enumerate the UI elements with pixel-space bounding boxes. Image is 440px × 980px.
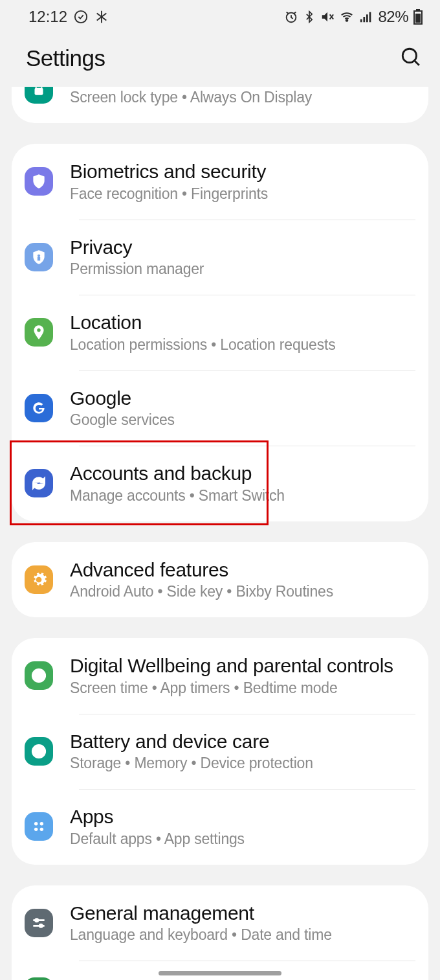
row-text: LocationLocation permissions • Location … bbox=[70, 312, 415, 354]
settings-row-google[interactable]: GoogleGoogle services bbox=[12, 370, 428, 446]
row-text: Biometrics and securityFace recognition … bbox=[70, 161, 415, 203]
row-title: Advanced features bbox=[70, 559, 415, 582]
row-text: General managementLanguage and keyboard … bbox=[70, 902, 415, 944]
svg-point-10 bbox=[402, 49, 416, 62]
svg-point-23 bbox=[39, 924, 42, 927]
row-title: Google bbox=[70, 387, 415, 410]
row-text: Battery and device careStorage • Memory … bbox=[70, 731, 415, 773]
svg-point-14 bbox=[37, 328, 40, 332]
row-subtitle: Manage accounts • Smart Switch bbox=[70, 487, 415, 505]
gear-icon bbox=[25, 565, 53, 594]
settings-row-biometrics-and-security[interactable]: Biometrics and securityFace recognition … bbox=[12, 144, 428, 220]
svg-point-12 bbox=[38, 254, 40, 256]
svg-rect-5 bbox=[366, 14, 368, 22]
sliders-icon bbox=[25, 909, 53, 937]
svg-point-19 bbox=[40, 822, 43, 825]
row-title: Biometrics and security bbox=[70, 161, 415, 183]
page-title: Settings bbox=[26, 45, 105, 71]
svg-point-18 bbox=[34, 822, 38, 825]
row-title: Digital Wellbeing and parental controls bbox=[70, 655, 415, 678]
row-title: Accounts and backup bbox=[70, 462, 415, 485]
svg-point-20 bbox=[34, 828, 38, 831]
lock-screen-icon bbox=[25, 87, 53, 104]
accessibility-icon bbox=[25, 977, 53, 980]
row-text: GoogleGoogle services bbox=[70, 387, 415, 429]
row-title: Privacy bbox=[70, 236, 415, 259]
wellbeing-icon bbox=[25, 661, 53, 690]
row-text: AppsDefault apps • App settings bbox=[70, 806, 415, 848]
svg-point-21 bbox=[40, 828, 43, 831]
shield-icon bbox=[25, 167, 53, 196]
google-icon bbox=[25, 394, 53, 422]
row-subtitle: Language and keyboard • Date and time bbox=[70, 926, 415, 944]
wifi-icon bbox=[339, 10, 355, 24]
check-circle-icon bbox=[74, 10, 88, 24]
settings-row-digital-wellbeing-and-parental-controls[interactable]: Digital Wellbeing and parental controlsS… bbox=[12, 638, 428, 714]
search-icon[interactable] bbox=[400, 46, 422, 71]
row-subtitle: Google services bbox=[70, 411, 415, 429]
settings-row-general-management[interactable]: General managementLanguage and keyboard … bbox=[12, 885, 428, 961]
alarm-icon bbox=[284, 10, 298, 24]
row-subtitle: Android Auto • Side key • Bixby Routines bbox=[70, 583, 415, 600]
svg-point-0 bbox=[75, 11, 87, 23]
row-text: Advanced featuresAndroid Auto • Side key… bbox=[70, 559, 415, 601]
row-subtitle: Default apps • App settings bbox=[70, 830, 415, 848]
settings-row-accounts-and-backup[interactable]: Accounts and backupManage accounts • Sma… bbox=[12, 446, 428, 521]
status-battery-pct: 82% bbox=[378, 8, 408, 26]
settings-group: Advanced featuresAndroid Auto • Side key… bbox=[12, 542, 428, 618]
svg-rect-6 bbox=[369, 12, 371, 23]
row-title: General management bbox=[70, 902, 415, 925]
battery-icon bbox=[25, 737, 53, 766]
row-subtitle: Storage • Memory • Device protection bbox=[70, 755, 415, 772]
row-title: Apps bbox=[70, 806, 415, 828]
row-subtitle: Location permissions • Location requests bbox=[70, 336, 415, 354]
row-subtitle: Screen time • App timers • Bedtime mode bbox=[70, 679, 415, 697]
row-subtitle: Screen lock type • Always On Display bbox=[70, 89, 415, 106]
row-text: Digital Wellbeing and parental controlsS… bbox=[70, 655, 415, 697]
apps-icon bbox=[25, 812, 53, 841]
mute-icon bbox=[320, 10, 335, 24]
svg-point-22 bbox=[36, 918, 38, 921]
bluetooth-icon bbox=[303, 10, 316, 24]
svg-point-2 bbox=[346, 19, 348, 21]
svg-rect-4 bbox=[364, 17, 366, 22]
settings-row-advanced-features[interactable]: Advanced featuresAndroid Auto • Side key… bbox=[12, 542, 428, 618]
row-title: Battery and device care bbox=[70, 731, 415, 753]
settings-group: Digital Wellbeing and parental controlsS… bbox=[12, 638, 428, 865]
signal-icon bbox=[359, 10, 373, 24]
row-text: PrivacyPermission manager bbox=[70, 236, 415, 279]
header: Settings bbox=[0, 34, 440, 91]
settings-row-accessibility[interactable]: Accessibility bbox=[12, 961, 428, 980]
row-subtitle: Permission manager bbox=[70, 260, 415, 278]
svg-rect-9 bbox=[415, 14, 421, 23]
svg-rect-13 bbox=[38, 257, 40, 260]
settings-group: Biometrics and securityFace recognition … bbox=[12, 144, 428, 521]
settings-group: Screen lock type • Always On Display bbox=[12, 87, 428, 123]
sync-icon bbox=[25, 469, 53, 497]
home-indicator[interactable] bbox=[159, 971, 281, 975]
row-text: Screen lock type • Always On Display bbox=[70, 87, 415, 106]
svg-rect-3 bbox=[360, 19, 362, 23]
settings-row-privacy[interactable]: PrivacyPermission manager bbox=[12, 220, 428, 295]
row-title: Location bbox=[70, 312, 415, 334]
battery-icon bbox=[413, 9, 423, 25]
settings-group: General managementLanguage and keyboard … bbox=[12, 885, 428, 981]
settings-row-location[interactable]: LocationLocation permissions • Location … bbox=[12, 295, 428, 370]
status-time: 12:12 bbox=[28, 8, 67, 26]
svg-point-16 bbox=[37, 674, 41, 678]
svg-rect-11 bbox=[35, 88, 43, 95]
settings-row-battery-and-device-care[interactable]: Battery and device careStorage • Memory … bbox=[12, 714, 428, 790]
settings-row-lock-screen[interactable]: Screen lock type • Always On Display bbox=[12, 87, 428, 123]
row-subtitle: Face recognition • Fingerprints bbox=[70, 185, 415, 203]
settings-row-apps[interactable]: AppsDefault apps • App settings bbox=[12, 789, 428, 865]
location-icon bbox=[25, 318, 53, 347]
status-bar: 12:12 82% bbox=[0, 0, 440, 34]
privacy-icon bbox=[25, 243, 53, 271]
snowflake-icon bbox=[94, 10, 109, 24]
row-text: Accounts and backupManage accounts • Sma… bbox=[70, 462, 415, 505]
